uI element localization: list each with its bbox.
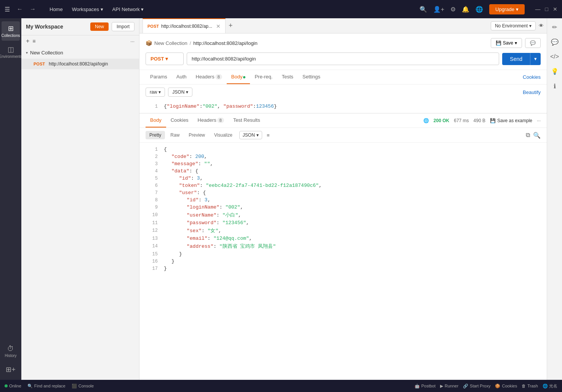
sidebar-item-more[interactable]: ⊞+	[2, 362, 20, 377]
tab-auth[interactable]: Auth	[172, 70, 191, 84]
code-icon[interactable]: </>	[548, 51, 561, 62]
request-body-editor[interactable]: 1 {"loginName":"002", "password":123456}	[139, 100, 547, 113]
send-dropdown-button[interactable]: ▾	[530, 53, 541, 65]
nav-buttons: ← →	[14, 4, 38, 14]
new-tab-button[interactable]: +	[226, 22, 236, 30]
trash-button[interactable]: 🗑 Trash	[522, 384, 538, 388]
bell-icon[interactable]: 🔔	[462, 6, 469, 13]
upgrade-button[interactable]: Upgrade ▾	[489, 4, 524, 14]
find-replace-button[interactable]: 🔍 Find and replace	[27, 384, 66, 389]
format-arrow: ▾	[186, 89, 188, 95]
edit-icon[interactable]: ✏	[550, 21, 559, 33]
runner-button[interactable]: ▶ Runner	[440, 384, 458, 389]
invite-icon[interactable]: 👤+	[433, 6, 444, 13]
add-collection-icon[interactable]: +	[26, 38, 29, 45]
body-options: raw ▾ JSON ▾ Beautify	[139, 84, 547, 100]
active-tab[interactable]: POST http://localhost:8082/ap... ✕	[143, 18, 226, 33]
main-layout: ⊞ Collections ◫ Environments ⏱ History ⊞…	[0, 18, 562, 380]
new-button[interactable]: New	[90, 22, 109, 31]
pretty-option[interactable]: Pretty	[146, 131, 165, 139]
resp-tab-body[interactable]: Body	[146, 113, 166, 127]
online-status[interactable]: Online	[5, 384, 21, 388]
postbot-button[interactable]: 🤖 Postbot	[415, 384, 436, 389]
menu-icon[interactable]: ☰	[5, 6, 10, 13]
breadcrumb-separator: /	[190, 40, 191, 46]
resp-tab-cookies[interactable]: Cookies	[166, 113, 193, 127]
send-button-wrapper: Send ▾	[502, 53, 541, 65]
tab-prereq[interactable]: Pre-req.	[250, 70, 277, 84]
settings-icon[interactable]: ⚙	[450, 6, 456, 13]
back-button[interactable]: ←	[14, 4, 25, 14]
start-proxy-button[interactable]: 🔗 Start Proxy	[463, 384, 490, 389]
sidebar-item-environments[interactable]: ◫ Environments	[2, 42, 20, 62]
tab-tests[interactable]: Tests	[277, 70, 298, 84]
resp-tab-headers[interactable]: Headers8	[193, 113, 229, 127]
headers-badge: 8	[215, 74, 222, 80]
nav-home[interactable]: Home	[46, 4, 67, 14]
tab-params[interactable]: Params	[146, 70, 172, 84]
maximize-button[interactable]: □	[545, 6, 548, 12]
lightbulb-icon[interactable]: 💡	[549, 65, 561, 77]
nav-workspaces[interactable]: Workspaces ▾	[68, 4, 107, 14]
breadcrumb-collection[interactable]: New Collection	[154, 40, 187, 46]
breadcrumb: 📦 New Collection / http://localhost:8082…	[146, 38, 541, 48]
right-sidebar: ✏ 💬 </> 💡 ℹ	[547, 18, 562, 380]
nav-api-network[interactable]: API Network ▾	[109, 4, 148, 14]
resp-tab-test-results[interactable]: Test Results	[229, 113, 265, 127]
forward-button[interactable]: →	[27, 4, 38, 14]
runner-label: Runner	[445, 384, 458, 388]
main-content: POST http://localhost:8082/ap... ✕ + No …	[139, 18, 547, 380]
no-environment-button[interactable]: No Environment ▾	[491, 21, 536, 30]
tab-settings[interactable]: Settings	[298, 70, 325, 84]
collection-item[interactable]: ▾ New Collection	[21, 47, 139, 59]
preview-option[interactable]: Preview	[185, 131, 209, 139]
request-item[interactable]: POST http://localhost:8082/api/login	[21, 59, 139, 69]
console-label: Console	[78, 384, 94, 388]
env-eye-icon[interactable]: 👁	[539, 23, 544, 29]
filter-icon[interactable]: ≡	[32, 38, 35, 44]
beautify-button[interactable]: Beautify	[523, 89, 541, 95]
console-button[interactable]: ⬛ Console	[72, 384, 94, 389]
resp-line-15: 15}	[139, 250, 547, 258]
comment-icon[interactable]: 💬	[549, 36, 561, 48]
sign-button[interactable]: 🌐 光名	[543, 383, 557, 389]
method-select[interactable]: POST ▾	[146, 53, 184, 65]
cookies-button[interactable]: 🍪 Cookies	[495, 384, 517, 389]
cookies-link[interactable]: Cookies	[523, 74, 541, 80]
search-resp-icon[interactable]: 🔍	[533, 132, 541, 139]
send-button[interactable]: Send	[502, 53, 530, 65]
tab-body[interactable]: Body	[227, 70, 250, 84]
visualize-option[interactable]: Visualize	[210, 131, 236, 139]
response-more-icon[interactable]: ···	[537, 118, 541, 123]
sidebar-item-collections[interactable]: ⊞ Collections	[2, 21, 20, 41]
import-button[interactable]: Import	[112, 22, 134, 31]
sidebar-more-icon[interactable]: ···	[130, 38, 134, 44]
pretty-options: Pretty Raw Preview Visualize JSON ▾ ≡ ⧉ …	[139, 128, 547, 143]
raw-option-resp[interactable]: Raw	[167, 131, 183, 139]
json-format-select[interactable]: JSON ▾	[239, 131, 262, 139]
window-controls: — □ ✕	[535, 6, 557, 12]
json-format-option[interactable]: JSON ▾	[168, 88, 192, 97]
resp-line-7: 7"user": {	[139, 189, 547, 196]
raw-option[interactable]: raw ▾	[146, 88, 165, 97]
find-replace-icon: 🔍	[27, 384, 33, 389]
request-url: http://localhost:8082/api/login	[49, 61, 108, 67]
save-example-button[interactable]: 💾 Save as example	[490, 118, 532, 123]
method-badge: POST	[34, 62, 46, 66]
lines-icon[interactable]: ≡	[267, 132, 270, 138]
close-button[interactable]: ✕	[553, 6, 557, 12]
tab-headers[interactable]: Headers8	[191, 70, 227, 84]
find-replace-label: Find and replace	[34, 384, 66, 388]
sidebar-item-history[interactable]: ⏱ History	[2, 342, 20, 361]
titlebar: ☰ ← → Home Workspaces ▾ API Network ▾ 🔍 …	[0, 0, 562, 18]
save-button[interactable]: 💾 Save ▾	[491, 38, 522, 48]
comment-button[interactable]: 💬	[525, 38, 541, 48]
copy-icon[interactable]: ⧉	[526, 132, 530, 139]
request-tabs: Params Auth Headers8 Body Pre-req. Tests…	[139, 70, 547, 84]
tab-close-button[interactable]: ✕	[216, 23, 221, 29]
globe-icon[interactable]: 🌐	[476, 6, 483, 13]
info-icon[interactable]: ℹ	[551, 80, 558, 92]
minimize-button[interactable]: —	[535, 6, 541, 12]
search-icon[interactable]: 🔍	[419, 6, 427, 13]
url-input[interactable]	[187, 53, 499, 65]
